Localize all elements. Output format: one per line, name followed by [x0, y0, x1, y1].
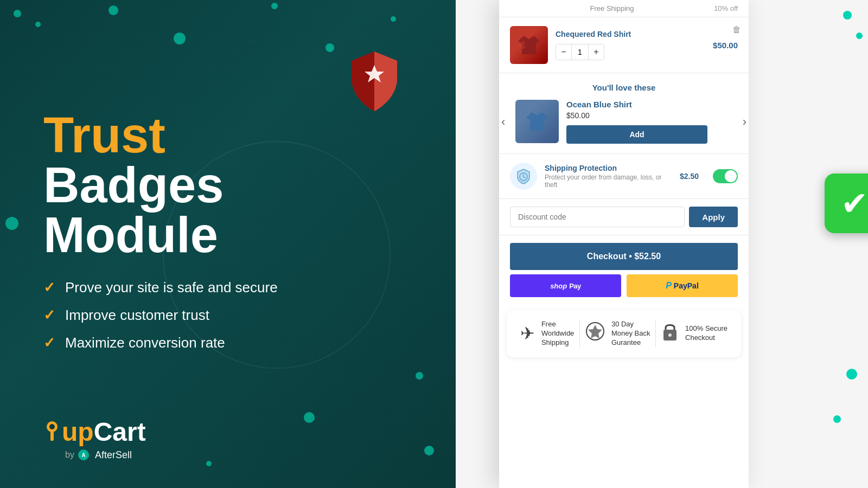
product-name: Chequered Red Shirt: [556, 30, 705, 38]
badge-divider-1: [579, 320, 580, 347]
qty-decrease-button[interactable]: −: [556, 44, 571, 60]
dot-12: [5, 217, 18, 230]
checkmark-overlay: ✔: [825, 174, 868, 233]
teal-dot-3: [846, 369, 857, 380]
dot-11: [206, 461, 212, 466]
dot-6: [326, 43, 334, 52]
badge-money-back: 30 DayMoney BackGurantee: [585, 320, 650, 348]
logo-pin-icon: [43, 419, 61, 445]
dot-9: [416, 372, 423, 380]
logo-by-text: by: [65, 450, 74, 460]
dot-2: [35, 22, 41, 27]
lock-icon: [661, 321, 679, 346]
check-icon-1: ✓: [43, 279, 55, 296]
apply-button[interactable]: Apply: [689, 207, 738, 227]
toggle-knob: [725, 170, 737, 182]
shopify-pay-icon: shop: [550, 282, 567, 290]
aftersell-icon: A: [78, 449, 90, 461]
product-image: [510, 26, 548, 64]
free-shipping-row: Free Shipping 10% off: [499, 0, 749, 17]
shield-icon: [347, 49, 401, 116]
dot-10: [424, 446, 434, 455]
recommendations-title: You'll love these: [499, 83, 749, 92]
free-shipping-price: 10% off: [714, 4, 738, 12]
paypal-p-icon: P: [666, 281, 672, 291]
rec-product-image: [515, 100, 559, 143]
dot-5: [271, 3, 278, 9]
logo-area: up Cart by A AfterSell: [43, 417, 146, 461]
rec-details: Ocean Blue Shirt $50.00 Add: [566, 100, 732, 144]
rec-product-name: Ocean Blue Shirt: [566, 100, 732, 109]
teal-dot-4: [833, 415, 841, 423]
blue-shirt-svg: [524, 108, 551, 135]
dot-3: [108, 5, 118, 15]
badge-free-shipping-text: FreeWorldwideShipping: [541, 320, 574, 348]
qty-controls: − 1 +: [556, 44, 604, 60]
cart-product-row: Chequered Red Shirt − 1 + $50.00 🗑: [499, 17, 749, 73]
rec-carousel: ‹ Ocean Blue Shirt $50.00 Add ›: [499, 100, 749, 144]
discount-section: Apply: [499, 199, 749, 235]
lock-svg: [661, 321, 679, 342]
shield-clock-icon: [515, 168, 532, 184]
decorative-circle: [163, 141, 391, 369]
airplane-icon: ✈: [520, 323, 535, 344]
shirt-svg: [515, 31, 542, 59]
teal-dot-2: [856, 33, 863, 39]
checkout-button[interactable]: Checkout • $52.50: [510, 243, 738, 270]
trust-badges-bar: ✈ FreeWorldwideShipping 30 DayMoney Back…: [507, 310, 741, 357]
qty-value: 1: [571, 44, 589, 60]
shipping-protection-desc: Protect your order from damage, loss, or…: [545, 174, 672, 189]
guarantee-svg: [585, 322, 605, 341]
discount-input[interactable]: [510, 207, 685, 227]
shipping-protection-details: Shipping Protection Protect your order f…: [545, 164, 672, 189]
rec-add-button[interactable]: Add: [566, 125, 707, 144]
svg-text:A: A: [81, 452, 85, 458]
svg-point-11: [668, 333, 672, 337]
product-price: $50.00: [713, 41, 738, 50]
badge-secure-checkout-text: 100% SecureCheckout: [685, 324, 727, 343]
badge-secure-checkout: 100% SecureCheckout: [661, 321, 727, 346]
shopify-pay-button[interactable]: shop Pay: [510, 274, 621, 297]
logo-up-text: up: [62, 417, 94, 447]
shipping-protection-price: $2.50: [680, 172, 699, 181]
check-icon-3: ✓: [43, 335, 55, 351]
logo-cart-text: Cart: [94, 417, 146, 447]
shipping-protection-name: Shipping Protection: [545, 164, 672, 172]
cart-container: Free Shipping 10% off Chequered Red Shir…: [499, 0, 749, 488]
shipping-protection-icon: [510, 163, 537, 190]
shipping-protection-toggle[interactable]: [713, 169, 738, 183]
carousel-prev-button[interactable]: ‹: [501, 115, 505, 129]
svg-rect-1: [50, 431, 54, 441]
badge-free-shipping: ✈ FreeWorldwideShipping: [520, 320, 574, 348]
checkmark-overlay-icon: ✔: [841, 184, 868, 222]
dot-4: [174, 33, 186, 44]
product-details: Chequered Red Shirt − 1 +: [556, 30, 705, 60]
carousel-next-button[interactable]: ›: [743, 115, 746, 129]
logo-aftersell-text: AfterSell: [95, 450, 132, 461]
paypal-label: PayPal: [674, 281, 699, 290]
paypal-button[interactable]: P PayPal: [627, 274, 738, 297]
dot-7: [391, 16, 396, 22]
recommendations-section: You'll love these ‹ Ocean Blue Shirt $50…: [499, 73, 749, 154]
teal-dot-1: [843, 11, 852, 20]
shipping-protection-row: Shipping Protection Protect your order f…: [499, 154, 749, 199]
svg-rect-5: [522, 41, 525, 49]
qty-increase-button[interactable]: +: [589, 44, 604, 60]
left-panel: Trust Badges Module ✓ Prove your site is…: [0, 0, 456, 488]
check-icon-2: ✓: [43, 307, 55, 324]
rec-product-price: $50.00: [566, 111, 732, 120]
badge-money-back-text: 30 DayMoney BackGurantee: [611, 320, 650, 348]
guarantee-icon: [585, 322, 605, 345]
payment-buttons: shop Pay P PayPal: [499, 274, 749, 305]
delete-icon[interactable]: 🗑: [732, 25, 741, 35]
logo-upcart: up Cart: [43, 417, 146, 447]
logo-by-line: by A AfterSell: [63, 449, 146, 461]
svg-point-2: [49, 424, 55, 429]
shopify-pay-label: Pay: [569, 282, 581, 290]
rec-item: Ocean Blue Shirt $50.00 Add: [515, 100, 732, 144]
badge-divider-2: [655, 320, 656, 347]
dot-8: [304, 412, 315, 423]
right-panel: Free Shipping 10% off Chequered Red Shir…: [456, 0, 868, 488]
dot-1: [14, 10, 21, 17]
free-shipping-label: Free Shipping: [510, 4, 714, 12]
